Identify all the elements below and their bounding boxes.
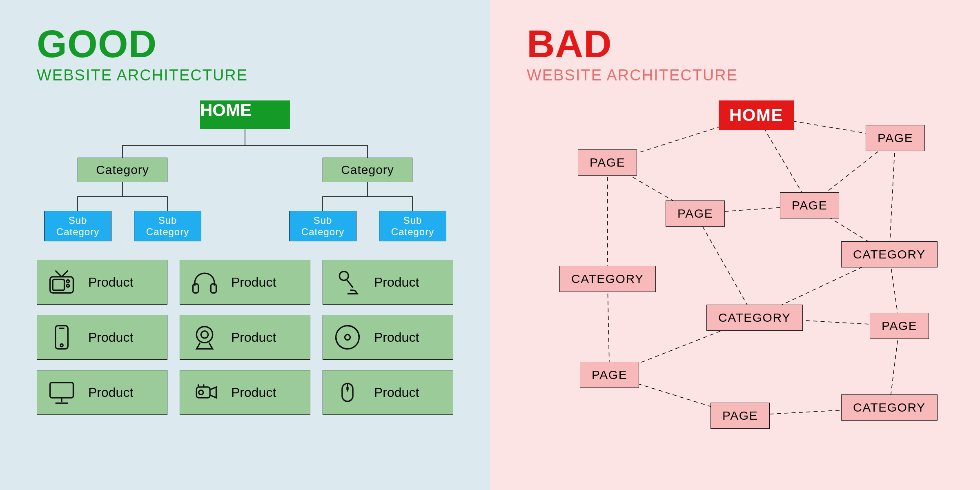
good-subcategory-node: SubCategory: [134, 211, 201, 241]
good-subtitle: WEBSITE ARCHITECTURE: [37, 67, 453, 84]
monitor-icon: [47, 378, 76, 407]
svg-line-21: [347, 279, 353, 287]
bad-title: BAD: [527, 24, 943, 63]
good-category-node: Category: [78, 158, 167, 182]
webcam-icon: [190, 323, 219, 352]
bad-node: CATEGORY: [841, 394, 938, 421]
svg-line-16: [56, 271, 62, 277]
bad-node: CATEGORY: [706, 305, 803, 331]
product-label: Product: [231, 275, 276, 290]
product-tile: Product: [323, 315, 453, 360]
camcorder-icon: [190, 378, 219, 407]
product-tile: Product: [323, 370, 453, 415]
svg-rect-15: [53, 279, 64, 290]
svg-point-27: [201, 331, 208, 339]
product-label: Product: [374, 330, 419, 345]
bad-node: PAGE: [866, 125, 925, 151]
svg-point-14: [67, 284, 69, 287]
bad-node: CATEGORY: [559, 266, 656, 292]
svg-point-24: [60, 344, 63, 347]
bad-subtitle: WEBSITE ARCHITECTURE: [527, 67, 943, 84]
disc-icon: [333, 323, 362, 352]
product-label: Product: [88, 275, 133, 290]
svg-point-29: [345, 334, 350, 340]
bad-node: PAGE: [580, 362, 639, 388]
good-title: GOOD: [37, 24, 453, 63]
good-products-grid: Product Product Product Product: [37, 260, 453, 415]
good-subcategory-node: SubCategory: [44, 211, 111, 241]
product-tile: Product: [37, 370, 167, 415]
product-tile: Product: [180, 315, 310, 360]
product-label: Product: [231, 385, 276, 400]
bad-node: PAGE: [780, 192, 839, 218]
good-subcategory-node: SubCategory: [289, 211, 356, 241]
svg-line-17: [62, 271, 68, 277]
bad-home-node: HOME: [719, 100, 794, 130]
svg-rect-23: [56, 326, 68, 349]
bad-diagram: HOMEPAGEPAGEPAGEPAGECATEGORYCATEGORYCATE…: [531, 100, 939, 468]
product-label: Product: [374, 385, 419, 400]
tv-icon: [47, 268, 76, 296]
phone-icon: [47, 323, 76, 352]
svg-rect-19: [211, 284, 216, 293]
good-panel: GOOD WEBSITE ARCHITECTURE HOME Category …: [0, 0, 490, 490]
good-subcategory-node: SubCategory: [379, 211, 446, 241]
svg-point-26: [196, 327, 212, 343]
svg-rect-18: [193, 284, 198, 293]
bad-panel: BAD WEBSITE ARCHITECTURE HOMEPAGEPAGEPAG…: [490, 0, 980, 490]
product-label: Product: [231, 330, 276, 345]
microphone-icon: [333, 268, 362, 296]
svg-point-13: [67, 280, 69, 283]
svg-line-48: [695, 214, 755, 318]
product-tile: Product: [37, 260, 167, 305]
svg-line-45: [889, 138, 895, 254]
bad-node: PAGE: [870, 313, 929, 339]
svg-line-50: [608, 279, 610, 375]
svg-rect-30: [50, 383, 74, 398]
product-tile: Product: [180, 260, 310, 305]
bad-node: PAGE: [666, 200, 725, 227]
headphones-icon: [190, 268, 219, 296]
product-label: Product: [88, 385, 133, 400]
product-label: Product: [88, 330, 133, 345]
svg-point-34: [199, 390, 203, 395]
product-tile: Product: [37, 315, 167, 360]
svg-point-20: [339, 272, 348, 281]
mouse-icon: [333, 378, 362, 407]
product-tile: Product: [323, 260, 453, 305]
product-tile: Product: [180, 370, 310, 415]
good-category-node: Category: [323, 158, 412, 182]
bad-node: CATEGORY: [841, 241, 938, 267]
bad-node: PAGE: [710, 403, 770, 429]
good-home-node: HOME: [200, 100, 290, 129]
product-label: Product: [374, 275, 419, 290]
bad-node: PAGE: [578, 149, 637, 176]
